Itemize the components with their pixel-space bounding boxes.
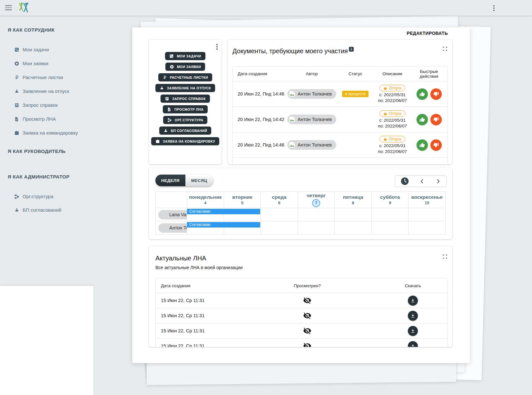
table-row: 15 Июн 22, Ср 11:31 bbox=[156, 338, 448, 347]
download-button[interactable] bbox=[408, 296, 418, 306]
day-header: вторник5 bbox=[224, 192, 261, 208]
tab-week[interactable]: НЕДЕЛЯ bbox=[155, 175, 185, 186]
day-header: среда6 bbox=[261, 192, 298, 208]
quick-business-trip-button[interactable]: ЗАЯВКА НА КОМАНДИРОВКУ bbox=[151, 137, 219, 145]
orgchart-icon bbox=[167, 118, 172, 122]
vacation-event-bar[interactable]: Согласован bbox=[187, 209, 260, 214]
doc-date: 20 Июн 22, Пнд 14:42 bbox=[232, 117, 287, 122]
reject-button[interactable] bbox=[430, 88, 442, 100]
expand-icon[interactable] bbox=[442, 46, 448, 51]
people-logo-icon bbox=[17, 1, 31, 15]
approve-button[interactable] bbox=[417, 114, 428, 125]
table-row: Отпуск bbox=[232, 157, 448, 164]
chevron-right-icon[interactable] bbox=[435, 178, 441, 184]
card-kebab-menu-icon[interactable] bbox=[216, 44, 218, 50]
ruble-icon bbox=[163, 75, 167, 80]
broken-image-icon bbox=[289, 90, 296, 97]
vacation-type-pill: Отпуск bbox=[379, 110, 405, 117]
person-pill: Lana Vau bbox=[158, 210, 187, 219]
tab-month[interactable]: МЕСЯЦ bbox=[185, 175, 213, 186]
quick-certificates-button[interactable]: ЗАПРОС СПРАВОК bbox=[161, 95, 210, 103]
sidebar-item-certificates[interactable]: Запрос справок bbox=[14, 102, 94, 108]
vacation-event-bar[interactable]: Согласован bbox=[187, 222, 260, 228]
vacation-icon bbox=[14, 208, 19, 213]
download-button[interactable] bbox=[408, 311, 418, 321]
table-row: 20 Июн 22, Пнд 14:42 Антон Толкачев Отпу… bbox=[232, 106, 448, 132]
reject-button[interactable] bbox=[430, 139, 442, 151]
lna-table: Дата создания Просмотрен? Скачать 15 Июн… bbox=[155, 278, 448, 347]
vacation-type-pill: Отпуск bbox=[379, 85, 405, 91]
status-badge: в процессе bbox=[342, 91, 369, 97]
file-icon bbox=[167, 107, 172, 112]
doc-date: 20 Июн 22, Пнд 14:46 bbox=[232, 91, 287, 96]
vacation-from: с: 2022/05/31 bbox=[379, 143, 406, 148]
tasks-icon bbox=[169, 54, 174, 58]
expand-icon[interactable] bbox=[442, 254, 448, 259]
author-chip: Антон Толкачев bbox=[287, 140, 336, 150]
eye-off-icon bbox=[303, 327, 311, 335]
sidebar-item-my-tasks[interactable]: Мои задачи bbox=[14, 47, 94, 52]
briefcase-icon bbox=[14, 130, 19, 136]
topbar bbox=[0, 0, 532, 15]
sidebar-item-business-trip[interactable]: Заявка на командировку bbox=[14, 130, 94, 136]
tasks-icon bbox=[14, 47, 19, 52]
vacation-to: по: 2022/06/07 bbox=[378, 124, 407, 128]
sidebar-item-vacation-request[interactable]: Заявление на отпуск bbox=[14, 88, 94, 94]
quick-view-lna-button[interactable]: ПРОСМОТР ЛНА bbox=[163, 105, 208, 113]
sidebar-item-my-requests[interactable]: Мои заявки bbox=[14, 61, 94, 66]
certificate-icon bbox=[14, 103, 19, 108]
quick-org-structure-button[interactable]: ОРГ.СТРУКТУРА bbox=[163, 116, 207, 124]
sidebar-item-payslips[interactable]: Расчетные листки bbox=[14, 75, 94, 80]
approve-button[interactable] bbox=[417, 139, 428, 151]
download-icon bbox=[410, 298, 415, 303]
kebab-menu-icon[interactable] bbox=[492, 3, 496, 13]
documents-card: Документы, требующие моего участияi Дата… bbox=[228, 40, 452, 164]
download-button[interactable] bbox=[408, 326, 418, 336]
calendar-view-toggle: НЕДЕЛЯ МЕСЯЦ bbox=[155, 175, 213, 186]
sidebar-bottom-panel bbox=[0, 286, 94, 395]
vacation-icon bbox=[14, 89, 19, 94]
clock-icon[interactable] bbox=[400, 177, 409, 186]
vacation-to: по: 2022/06/07 bbox=[378, 98, 407, 103]
eye-off-icon bbox=[303, 311, 311, 320]
info-icon[interactable]: i bbox=[349, 47, 354, 52]
thumb-up-icon bbox=[419, 91, 425, 97]
calendar-person-row: Lana Vau Согласован bbox=[156, 208, 445, 221]
lna-date: 15 Июн 22, Ср 11:31 bbox=[156, 343, 236, 347]
sidebar-section-admin: Я КАК АДМИНИСТРАТОР bbox=[8, 174, 94, 179]
quick-vacation-button[interactable]: ЗАЯВЛЕНИЕ НА ОТПУСК bbox=[155, 84, 215, 92]
week-calendar: понедельник4 вторник5 среда6 четверг7 пя… bbox=[155, 191, 446, 235]
vacation-from: с: 2022/05/31 bbox=[379, 118, 406, 123]
broken-image-icon bbox=[289, 116, 296, 123]
edit-button[interactable]: РЕДАКТИРОВАТЬ bbox=[405, 29, 450, 37]
chevron-left-icon[interactable] bbox=[419, 178, 425, 184]
vacation-to: по: 2022/06/07 bbox=[378, 149, 407, 154]
today-badge: 7 bbox=[312, 199, 320, 207]
approve-button[interactable] bbox=[417, 88, 428, 100]
quick-payslips-button[interactable]: РАСЧЕТНЫЕ ЛИСТКИ bbox=[158, 73, 212, 81]
vacation-from: с: 2022/05/31 bbox=[379, 92, 406, 97]
author-chip: Антон Толкачев bbox=[287, 115, 336, 124]
quick-bp-approvals-button[interactable]: БП СОГЛАСОВАНИЙ bbox=[159, 127, 212, 135]
hamburger-menu-icon[interactable] bbox=[5, 4, 12, 12]
table-row: 15 Июн 22, Ср 11:31 bbox=[156, 308, 448, 323]
thumb-down-icon bbox=[433, 91, 439, 97]
reject-button[interactable] bbox=[430, 114, 442, 125]
documents-table-header: Дата создания Автор Статус Описание Быст… bbox=[232, 66, 448, 81]
lna-subtitle: Все актуальные ЛНА в моей организации bbox=[155, 265, 452, 270]
sidebar-item-bp-approvals[interactable]: БП согласований bbox=[14, 207, 94, 213]
day-header: пятница8 bbox=[334, 192, 371, 208]
quick-my-requests-button[interactable]: МОИ ЗАЯВКИ bbox=[165, 63, 205, 71]
app-root: Я КАК СОТРУДНИК Мои задачи Мои заявки Ра… bbox=[0, 0, 532, 395]
sidebar-item-org-structure[interactable]: Орг.структура bbox=[14, 194, 94, 199]
lna-title: Актуальные ЛНА bbox=[155, 255, 452, 262]
star-circle-icon bbox=[14, 61, 19, 66]
download-button[interactable] bbox=[408, 341, 418, 347]
ruble-icon bbox=[14, 75, 19, 80]
sidebar-item-view-lna[interactable]: Просмотр ЛНА bbox=[14, 116, 94, 122]
documents-table: Дата создания Автор Статус Описание Быст… bbox=[232, 66, 448, 164]
documents-title: Документы, требующие моего участияi bbox=[232, 47, 452, 55]
file-icon bbox=[14, 116, 19, 122]
vacation-type-pill: Отпуск bbox=[379, 136, 405, 142]
quick-my-tasks-button[interactable]: МОИ ЗАДАЧИ bbox=[165, 52, 205, 60]
